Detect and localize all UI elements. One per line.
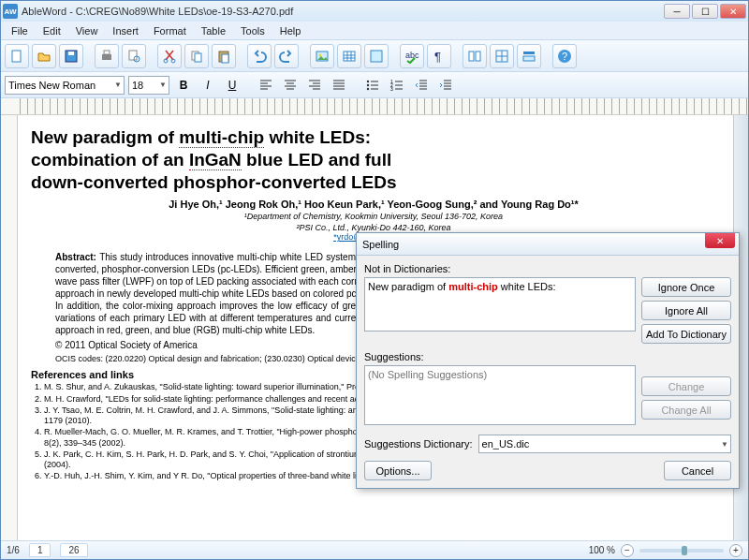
- dictionary-label: Suggestions Dictionary:: [364, 438, 473, 449]
- align-justify-button[interactable]: [329, 75, 349, 96]
- increase-indent-button[interactable]: [435, 75, 456, 96]
- italic-button[interactable]: I: [198, 75, 218, 96]
- svg-rect-16: [371, 51, 382, 62]
- fontsize-combo[interactable]: 18▼: [128, 76, 169, 95]
- app-window: AW AbleWord - C:\CREG\No89\White LEDs\oe…: [0, 0, 749, 560]
- titlebar: AW AbleWord - C:\CREG\No89\White LEDs\oe…: [1, 1, 748, 22]
- print-preview-button[interactable]: [122, 44, 146, 68]
- show-formatting-button[interactable]: ¶: [427, 44, 451, 68]
- ignore-once-button[interactable]: Ignore Once: [641, 277, 731, 297]
- svg-rect-4: [104, 51, 110, 54]
- dictionary-combo[interactable]: en_US.dic▼: [478, 435, 731, 453]
- status-tab[interactable]: 26: [60, 543, 87, 557]
- help-button[interactable]: ?: [552, 44, 577, 68]
- svg-point-27: [367, 83, 369, 85]
- underline-button[interactable]: U: [222, 75, 242, 96]
- bold-button[interactable]: B: [173, 75, 194, 96]
- horizontal-ruler[interactable]: [1, 98, 748, 115]
- app-icon: AW: [3, 4, 18, 19]
- heading: New paradigm of multi-chip white LEDs: c…: [31, 126, 716, 193]
- svg-point-26: [367, 80, 369, 81]
- svg-text:¶: ¶: [434, 50, 441, 64]
- cut-button[interactable]: [157, 44, 182, 68]
- svg-rect-15: [344, 52, 355, 61]
- zoom-slider[interactable]: [639, 549, 724, 553]
- menu-help[interactable]: Help: [273, 23, 308, 38]
- dialog-close-button[interactable]: ✕: [705, 233, 735, 248]
- font-combo[interactable]: Times New Roman▼: [5, 76, 125, 95]
- page-counter: 1/6: [7, 545, 20, 555]
- undo-button[interactable]: [247, 44, 272, 68]
- paste-button[interactable]: [212, 44, 236, 68]
- window-title: AbleWord - C:\CREG\No89\White LEDs\oe-19…: [22, 6, 664, 17]
- statusbar: 1/6 1 26 100 % − +: [1, 540, 748, 559]
- spellcheck-button[interactable]: abc: [400, 44, 424, 68]
- svg-rect-5: [129, 51, 137, 60]
- maximize-button[interactable]: ☐: [692, 4, 718, 19]
- affiliation-1: ¹Department of Chemistry, Kookmin Univer…: [31, 212, 716, 221]
- svg-point-28: [367, 87, 369, 89]
- svg-rect-20: [476, 52, 480, 61]
- number-list-button[interactable]: 123: [387, 75, 407, 96]
- menu-format[interactable]: Format: [147, 23, 193, 38]
- insert-image-button[interactable]: [310, 44, 334, 68]
- suggestions-list[interactable]: (No Spelling Suggestions): [364, 365, 636, 425]
- align-center-button[interactable]: [280, 75, 301, 96]
- style-button[interactable]: [517, 44, 541, 68]
- svg-rect-0: [12, 51, 21, 62]
- svg-rect-3: [102, 54, 111, 60]
- svg-rect-2: [68, 52, 74, 55]
- open-button[interactable]: [32, 44, 56, 68]
- menu-tools[interactable]: Tools: [234, 23, 272, 38]
- borders-button[interactable]: [490, 44, 514, 68]
- svg-rect-23: [523, 56, 535, 61]
- svg-rect-19: [469, 52, 474, 61]
- affiliation-2: ²PSI Co., Ltd., Kyunki-Do 442-160, Korea: [31, 223, 716, 232]
- decrease-indent-button[interactable]: [411, 75, 432, 96]
- svg-rect-22: [523, 52, 535, 54]
- dialog-title: Spelling: [362, 239, 399, 250]
- minimize-button[interactable]: ─: [664, 4, 690, 19]
- svg-rect-10: [195, 53, 201, 62]
- align-left-button[interactable]: [256, 75, 276, 96]
- standard-toolbar: abc ¶ ?: [1, 40, 748, 72]
- status-tab[interactable]: 1: [29, 543, 51, 557]
- menubar: File Edit View Insert Format Table Tools…: [1, 22, 748, 40]
- menu-edit[interactable]: Edit: [37, 23, 67, 38]
- not-in-dict-label: Not in Dictionaries:: [364, 263, 731, 274]
- menu-insert[interactable]: Insert: [106, 23, 145, 38]
- new-button[interactable]: [5, 44, 29, 68]
- authors: Ji Hye Oh,¹ Jeong Rok Oh,¹ Hoo Keun Park…: [31, 199, 716, 210]
- columns-button[interactable]: [463, 44, 487, 68]
- not-in-dict-text[interactable]: New paradigm of multi-chip white LEDs:: [364, 277, 636, 332]
- zoom-out-button[interactable]: −: [621, 544, 634, 557]
- svg-rect-12: [222, 54, 228, 63]
- options-button[interactable]: Options...: [364, 461, 432, 480]
- change-button[interactable]: Change: [641, 376, 731, 396]
- menu-view[interactable]: View: [69, 23, 105, 38]
- suggestions-label: Suggestions:: [364, 351, 731, 362]
- menu-table[interactable]: Table: [195, 23, 232, 38]
- bullet-list-button[interactable]: [362, 75, 383, 96]
- print-button[interactable]: [95, 44, 119, 68]
- align-right-button[interactable]: [304, 75, 325, 96]
- svg-text:?: ?: [562, 51, 567, 62]
- zoom-in-button[interactable]: +: [729, 544, 742, 557]
- add-to-dictionary-button[interactable]: Add To Dictionary: [641, 324, 731, 344]
- ignore-all-button[interactable]: Ignore All: [641, 301, 731, 320]
- zoom-label: 100 %: [589, 545, 615, 555]
- save-button[interactable]: [59, 44, 83, 68]
- insert-table-button[interactable]: [337, 44, 361, 68]
- copy-button[interactable]: [184, 44, 209, 68]
- menu-file[interactable]: File: [5, 23, 35, 38]
- spelling-dialog: Spelling ✕ Not in Dictionaries: New para…: [356, 232, 740, 489]
- dialog-titlebar[interactable]: Spelling ✕: [357, 233, 739, 256]
- cancel-button[interactable]: Cancel: [664, 461, 731, 480]
- insert-symbol-button[interactable]: [364, 44, 389, 68]
- formatting-toolbar: Times New Roman▼ 18▼ B I U 123: [1, 72, 748, 98]
- redo-button[interactable]: [274, 44, 299, 68]
- vertical-ruler[interactable]: [1, 115, 18, 540]
- svg-text:abc: abc: [405, 51, 419, 60]
- close-button[interactable]: ✕: [720, 4, 746, 19]
- change-all-button[interactable]: Change All: [641, 400, 731, 420]
